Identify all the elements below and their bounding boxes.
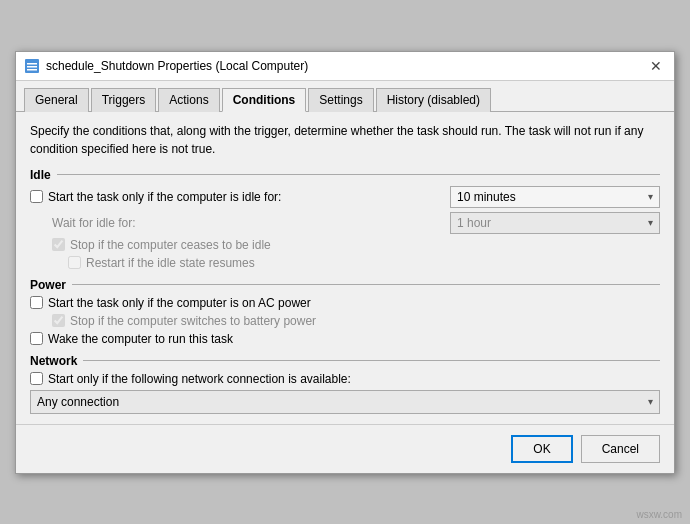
titlebar: schedule_Shutdown Properties (Local Comp…: [16, 52, 674, 81]
battery-label: Stop if the computer switches to battery…: [70, 314, 316, 328]
restart-idle-label: Restart if the idle state resumes: [86, 256, 255, 270]
idle-start-checkbox-wrapper: Start the task only if the computer is i…: [30, 190, 281, 204]
description-text: Specify the conditions that, along with …: [30, 122, 660, 158]
tab-history[interactable]: History (disabled): [376, 88, 491, 112]
main-window: schedule_Shutdown Properties (Local Comp…: [15, 51, 675, 474]
content-area: Specify the conditions that, along with …: [16, 112, 674, 424]
idle-section-header: Idle: [30, 168, 660, 182]
wait-for-arrow: ▾: [648, 217, 653, 228]
stop-idle-checkbox[interactable]: [52, 238, 65, 251]
network-section-header: Network: [30, 354, 660, 368]
network-checkbox[interactable]: [30, 372, 43, 385]
wake-checkbox-wrapper: Wake the computer to run this task: [30, 332, 233, 346]
idle-duration-arrow: ▾: [648, 191, 653, 202]
cancel-button[interactable]: Cancel: [581, 435, 660, 463]
battery-checkbox-wrapper: Stop if the computer switches to battery…: [52, 314, 316, 328]
battery-row: Stop if the computer switches to battery…: [30, 314, 660, 328]
network-label: Start only if the following network conn…: [48, 372, 351, 386]
close-button[interactable]: ✕: [646, 58, 666, 74]
tab-general[interactable]: General: [24, 88, 89, 112]
wake-row: Wake the computer to run this task: [30, 332, 660, 346]
wait-for-row: Wait for idle for: 1 hour ▾: [52, 212, 660, 234]
svg-rect-2: [27, 66, 37, 68]
restart-idle-checkbox[interactable]: [68, 256, 81, 269]
wake-checkbox[interactable]: [30, 332, 43, 345]
svg-rect-1: [27, 63, 37, 65]
watermark: wsxw.com: [636, 509, 682, 520]
restart-idle-row: Restart if the idle state resumes: [30, 256, 660, 270]
idle-start-checkbox[interactable]: [30, 190, 43, 203]
network-row: Start only if the following network conn…: [30, 372, 660, 386]
svg-rect-3: [27, 69, 37, 71]
ok-button[interactable]: OK: [511, 435, 572, 463]
tab-settings[interactable]: Settings: [308, 88, 373, 112]
ac-power-label: Start the task only if the computer is o…: [48, 296, 311, 310]
wait-for-label: Wait for idle for:: [52, 216, 136, 230]
restart-idle-checkbox-wrapper: Restart if the idle state resumes: [68, 256, 255, 270]
network-dropdown-arrow: ▾: [648, 396, 653, 407]
power-section-header: Power: [30, 278, 660, 292]
footer: OK Cancel: [16, 424, 674, 473]
ac-power-checkbox[interactable]: [30, 296, 43, 309]
idle-start-row: Start the task only if the computer is i…: [30, 186, 660, 208]
network-connection-dropdown[interactable]: Any connection ▾: [30, 390, 660, 414]
wait-for-dropdown[interactable]: 1 hour ▾: [450, 212, 660, 234]
window-title: schedule_Shutdown Properties (Local Comp…: [46, 59, 308, 73]
titlebar-left: schedule_Shutdown Properties (Local Comp…: [24, 58, 308, 74]
stop-idle-checkbox-wrapper: Stop if the computer ceases to be idle: [52, 238, 271, 252]
tab-triggers[interactable]: Triggers: [91, 88, 157, 112]
idle-duration-dropdown[interactable]: 10 minutes ▾: [450, 186, 660, 208]
window-icon: [24, 58, 40, 74]
ac-power-row: Start the task only if the computer is o…: [30, 296, 660, 310]
stop-idle-row: Stop if the computer ceases to be idle: [30, 238, 660, 252]
battery-checkbox[interactable]: [52, 314, 65, 327]
stop-idle-label: Stop if the computer ceases to be idle: [70, 238, 271, 252]
tab-bar: General Triggers Actions Conditions Sett…: [16, 81, 674, 112]
ac-power-checkbox-wrapper: Start the task only if the computer is o…: [30, 296, 311, 310]
tab-actions[interactable]: Actions: [158, 88, 219, 112]
network-checkbox-wrapper: Start only if the following network conn…: [30, 372, 351, 386]
tab-conditions[interactable]: Conditions: [222, 88, 307, 112]
idle-start-label: Start the task only if the computer is i…: [48, 190, 281, 204]
wake-label: Wake the computer to run this task: [48, 332, 233, 346]
